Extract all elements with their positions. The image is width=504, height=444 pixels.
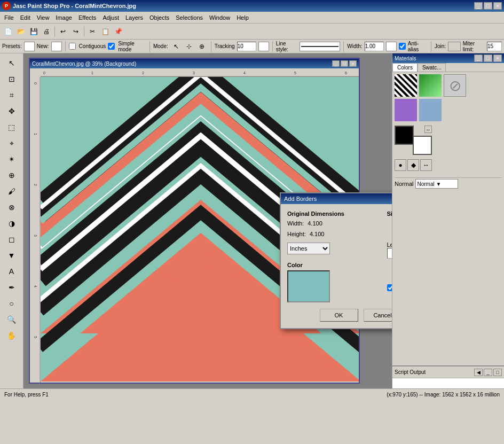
swatch-green[interactable] <box>419 74 442 97</box>
menu-view[interactable]: View <box>34 13 53 22</box>
menu-objects[interactable]: Objects <box>146 13 172 22</box>
materials-close[interactable]: × <box>493 54 502 62</box>
swatch-blue[interactable] <box>419 99 442 121</box>
materials-buttons[interactable]: _ □ × <box>474 54 502 62</box>
tool-draw[interactable]: ✒ <box>3 280 20 295</box>
tool-magic-wand[interactable]: ✴ <box>3 152 20 167</box>
line-style-select[interactable] <box>300 42 340 51</box>
swap-colors-button[interactable]: ↔ <box>424 126 432 133</box>
cancel-button[interactable]: Cancel <box>364 309 392 322</box>
tool-freehand[interactable]: ⌖ <box>3 136 20 151</box>
image-window-buttons[interactable]: _ □ × <box>332 60 357 67</box>
tool-move[interactable]: ✥ <box>3 104 20 119</box>
foreground-color-swatch[interactable] <box>413 136 432 155</box>
title-bar-buttons[interactable]: _ □ × <box>474 2 502 10</box>
ruler-vertical: 0 1 2 3 4 5 <box>30 77 41 383</box>
fg-bg-area: ↔ <box>395 126 432 155</box>
color-tool-1[interactable]: ● <box>395 159 406 171</box>
swatch-zebra[interactable] <box>395 74 417 97</box>
swatch-none[interactable] <box>444 74 466 97</box>
color-preview-swatch[interactable] <box>287 270 330 302</box>
script-maximize[interactable]: □ <box>493 369 502 376</box>
color-tool-2[interactable]: ◆ <box>407 159 419 171</box>
tool-paintbrush[interactable]: 🖌 <box>3 184 20 199</box>
copy-button[interactable]: 📋 <box>99 26 111 37</box>
redo-button[interactable]: ↪ <box>70 26 82 37</box>
svg-text:0: 0 <box>43 71 45 75</box>
menu-window[interactable]: Window <box>206 13 233 22</box>
print-button[interactable]: 🖨 <box>41 26 52 37</box>
tab-swatches[interactable]: Swatc... <box>418 63 446 72</box>
materials-title-text: Materials <box>395 56 416 61</box>
script-minimize[interactable]: _ <box>484 369 492 376</box>
left-input[interactable] <box>387 248 392 259</box>
tool-fill[interactable]: ▼ <box>3 248 20 263</box>
menu-help[interactable]: Help <box>233 13 252 22</box>
symmetric-checkbox[interactable] <box>387 284 392 291</box>
tool-eraser[interactable]: ◻ <box>3 232 20 247</box>
open-button[interactable]: 📂 <box>15 26 27 37</box>
mode-btn-3[interactable]: ⊕ <box>196 41 208 52</box>
menu-effects[interactable]: Effects <box>75 13 99 22</box>
tool-crop[interactable]: ⌗ <box>3 88 20 103</box>
save-button[interactable]: 💾 <box>28 26 40 37</box>
tool-arrow[interactable]: ↖ <box>3 56 20 71</box>
tool-pan[interactable]: ✋ <box>3 328 20 343</box>
new-file-button[interactable]: 📄 <box>2 26 14 37</box>
img-maximize[interactable]: □ <box>341 60 348 67</box>
blend-area: Normal Normal ▼ <box>395 177 502 190</box>
undo-button[interactable]: ↩ <box>57 26 69 37</box>
new-selector[interactable] <box>51 42 62 51</box>
swatch-purple[interactable] <box>395 99 417 121</box>
color-section: Color <box>287 262 379 302</box>
color-tool-3[interactable]: ↔ <box>420 159 432 171</box>
contiguous-checkbox[interactable] <box>69 43 76 50</box>
menu-edit[interactable]: Edit <box>17 13 34 22</box>
simple-mode-checkbox[interactable] <box>108 43 115 50</box>
blend-row: Normal Normal ▼ <box>395 179 502 189</box>
menu-selections[interactable]: Selections <box>172 13 206 22</box>
dialog-left-col: Original Dimensions Width: 4.100 Height:… <box>287 211 379 302</box>
tool-clone[interactable]: ⊗ <box>3 200 20 215</box>
paste-button[interactable]: 📌 <box>112 26 124 37</box>
size-inches-title: Size in inches <box>387 211 392 217</box>
menu-adjust[interactable]: Adjust <box>99 13 122 22</box>
tracking-input[interactable] <box>237 42 256 51</box>
bottom-field: Bottom: ▲ ▼ <box>387 263 392 280</box>
ok-button[interactable]: OK <box>320 309 358 322</box>
tracking-stepper[interactable] <box>258 42 269 51</box>
miter-input[interactable] <box>487 42 502 51</box>
tool-zoom[interactable]: 🔍 <box>3 312 20 327</box>
img-minimize[interactable]: _ <box>332 60 340 67</box>
img-close[interactable]: × <box>349 60 357 67</box>
tool-dropper[interactable]: ⊕ <box>3 168 20 183</box>
blend-select[interactable]: Normal ▼ <box>415 179 458 189</box>
script-expand[interactable]: ◀ <box>474 369 483 376</box>
menu-image[interactable]: Image <box>52 13 75 22</box>
tab-colors[interactable]: Colors <box>392 63 418 72</box>
tool-selection[interactable]: ⬚ <box>3 120 20 135</box>
tool-retouch[interactable]: ◑ <box>3 216 20 231</box>
maximize-button[interactable]: □ <box>484 2 492 10</box>
antialias-checkbox[interactable] <box>399 43 406 50</box>
unit-select[interactable]: Inches Pixels Centimeters <box>287 243 330 254</box>
mode-btn-2[interactable]: ⊹ <box>183 41 195 52</box>
tool-text[interactable]: A <box>3 264 20 279</box>
width-input[interactable] <box>365 42 384 51</box>
status-right: (x:970 y:165) -- Image: 1562 x 1562 x 16… <box>387 392 500 398</box>
menu-file[interactable]: File <box>1 13 17 22</box>
mode-btn-1[interactable]: ↖ <box>170 41 182 52</box>
width-stepper[interactable] <box>386 42 397 51</box>
materials-max[interactable]: □ <box>484 54 492 62</box>
tool-deform[interactable]: ⊡ <box>3 72 20 87</box>
background-color-swatch[interactable] <box>395 126 414 145</box>
materials-min[interactable]: _ <box>474 54 483 62</box>
minimize-button[interactable]: _ <box>474 2 483 10</box>
cut-button[interactable]: ✂ <box>86 26 98 37</box>
close-button[interactable]: × <box>493 2 502 10</box>
menu-layers[interactable]: Layers <box>122 13 146 22</box>
tool-shape[interactable]: ○ <box>3 296 20 311</box>
presets-selector[interactable] <box>24 42 35 51</box>
line-style-label: Line style: <box>276 41 298 52</box>
join-select[interactable] <box>448 42 461 51</box>
